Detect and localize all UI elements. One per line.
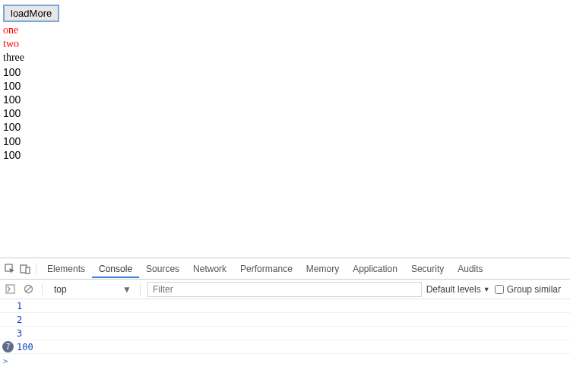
svg-line-5 <box>26 286 31 292</box>
list-item: 100 <box>3 93 567 106</box>
list-item: 100 <box>3 65 567 79</box>
devtools-panel: ElementsConsoleSourcesNetworkPerformance… <box>0 258 570 392</box>
group-similar-label: Group similar <box>507 284 561 295</box>
items-list: onetwothree100100100100100100100 <box>3 24 567 162</box>
log-levels-label: Default levels <box>426 284 481 295</box>
filter-input[interactable] <box>147 282 422 297</box>
list-item: 100 <box>3 106 567 120</box>
separator <box>36 263 36 275</box>
console-grouped-row: 7 100 <box>0 340 570 354</box>
tab-elements[interactable]: Elements <box>40 260 92 278</box>
repeat-count-badge: 7 <box>2 341 14 352</box>
console-prompt[interactable]: > <box>0 354 570 368</box>
context-select-value: top <box>54 284 67 295</box>
list-item: 100 <box>3 79 567 93</box>
separator <box>42 283 43 296</box>
group-similar-checkbox[interactable]: Group similar <box>495 284 561 295</box>
dropdown-arrow-icon: ▼ <box>483 286 490 293</box>
clear-console-icon[interactable] <box>21 283 35 296</box>
list-item: one <box>3 24 567 37</box>
device-icon[interactable] <box>18 262 32 276</box>
dropdown-arrow-icon: ▼ <box>122 284 131 295</box>
list-item: three <box>3 51 567 65</box>
separator <box>140 283 141 296</box>
context-select[interactable]: top ▼ <box>49 282 133 297</box>
tab-memory[interactable]: Memory <box>299 260 346 278</box>
tab-console[interactable]: Console <box>92 260 139 278</box>
tab-sources[interactable]: Sources <box>139 260 186 278</box>
console-toolbar: top ▼ Default levels ▼ Group similar <box>0 280 570 299</box>
console-row: 1 <box>0 299 570 313</box>
sidebar-toggle-icon[interactable] <box>3 283 17 296</box>
console-row: 3 <box>0 327 570 340</box>
console-value: 100 <box>17 342 33 352</box>
list-item: 100 <box>3 148 567 162</box>
inspect-icon[interactable] <box>3 262 17 276</box>
page-content: loadMore onetwothree10010010010010010010… <box>0 0 570 166</box>
load-more-button[interactable]: loadMore <box>3 5 59 22</box>
tab-performance[interactable]: Performance <box>233 260 299 278</box>
tab-application[interactable]: Application <box>346 260 404 278</box>
list-item: two <box>3 37 567 51</box>
list-item: 100 <box>3 134 567 148</box>
group-similar-input[interactable] <box>495 285 504 294</box>
svg-rect-2 <box>26 267 30 273</box>
list-item: 100 <box>3 120 567 134</box>
tab-security[interactable]: Security <box>404 260 451 278</box>
console-output: 123 <box>0 299 570 340</box>
tab-network[interactable]: Network <box>186 260 233 278</box>
devtools-tabs: ElementsConsoleSourcesNetworkPerformance… <box>0 258 570 280</box>
log-levels-select[interactable]: Default levels ▼ <box>426 284 490 295</box>
console-row: 2 <box>0 313 570 327</box>
tab-audits[interactable]: Audits <box>451 260 489 278</box>
